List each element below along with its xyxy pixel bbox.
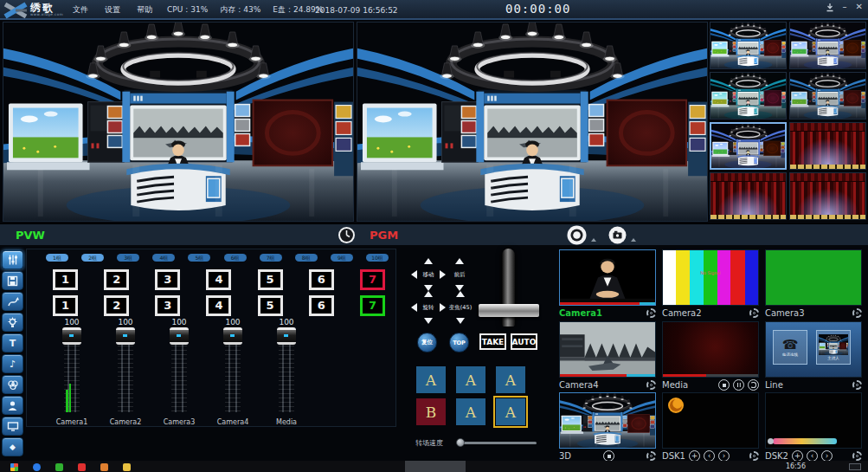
- dsk2-settings-gear-icon[interactable]: [852, 451, 862, 461]
- scene-thumbnail-4[interactable]: [789, 72, 866, 120]
- take-button[interactable]: TAKE: [479, 333, 506, 350]
- source-camera4-thumb[interactable]: [559, 321, 656, 378]
- taskbar-folder-icon[interactable]: [123, 463, 131, 471]
- group-tab-1[interactable]: 1组: [46, 254, 68, 262]
- taskbar-tray-icon[interactable]: [849, 463, 861, 470]
- camera4-settings-gear-icon[interactable]: [646, 380, 656, 390]
- pvw-cam-2[interactable]: 2: [104, 295, 129, 316]
- sidebar-item-text[interactable]: T: [2, 333, 23, 352]
- scene-thumbnail-1[interactable]: [710, 22, 787, 69]
- top-button[interactable]: TOP: [449, 333, 469, 352]
- source-media-thumb[interactable]: [662, 321, 759, 378]
- taskbar-red-app-icon[interactable]: [78, 463, 86, 471]
- line-settings-gear-icon[interactable]: [852, 380, 862, 390]
- record-dropdown-icon[interactable]: [591, 238, 596, 242]
- reset-button[interactable]: 复位: [417, 333, 437, 352]
- dsk1-settings-gear-icon[interactable]: [749, 451, 759, 461]
- menu-settings[interactable]: 设置: [105, 4, 120, 16]
- ab-cell-4[interactable]: B: [416, 398, 446, 425]
- source-camera1-thumb[interactable]: [559, 249, 656, 306]
- snapshot-button[interactable]: [608, 226, 627, 248]
- group-tab-9[interactable]: 9组: [331, 254, 353, 262]
- sidebar-item-path[interactable]: [2, 292, 23, 311]
- backward-arrow[interactable]: [455, 285, 464, 291]
- transition-speed-track[interactable]: [459, 442, 537, 444]
- group-tab-4[interactable]: 4组: [152, 254, 175, 262]
- source-camera3-thumb[interactable]: [765, 249, 862, 306]
- volume-slider[interactable]: [61, 327, 82, 414]
- group-tab-3[interactable]: 3组: [117, 254, 139, 262]
- scene-thumbnail-6-curtain[interactable]: [789, 122, 866, 170]
- pgm-cam-5[interactable]: 5: [258, 269, 283, 290]
- pvw-cam-3[interactable]: 3: [155, 295, 180, 316]
- minimize-button[interactable]: –: [843, 2, 847, 12]
- ab-cell-1[interactable]: A: [416, 366, 446, 393]
- sidebar-item-mixer[interactable]: [2, 250, 23, 269]
- pgm-cam-4[interactable]: 4: [206, 269, 231, 290]
- rotate-left-arrow[interactable]: [411, 303, 417, 312]
- group-tab-6[interactable]: 6组: [224, 254, 247, 262]
- slider-handle[interactable]: [170, 327, 189, 345]
- tbar-handle[interactable]: [479, 304, 539, 317]
- move-down-arrow[interactable]: [424, 285, 433, 291]
- volume-slider[interactable]: [115, 327, 136, 414]
- source-dsk2-thumb[interactable]: [765, 392, 862, 449]
- zoom-out-arrow[interactable]: [456, 318, 465, 324]
- scene-thumbnail-3[interactable]: [710, 72, 787, 120]
- pgm-cam-7[interactable]: 7: [360, 269, 385, 290]
- slider-handle[interactable]: [116, 327, 135, 345]
- 3d-settings-gear-icon[interactable]: [646, 451, 656, 461]
- ab-cell-3[interactable]: A: [496, 366, 525, 393]
- move-left-arrow[interactable]: [411, 270, 417, 279]
- source-line-thumb[interactable]: ☎ 电话连线 主持人: [765, 321, 862, 378]
- taskbar-green-app-icon[interactable]: [55, 463, 63, 471]
- sidebar-item-audio[interactable]: ♪: [2, 354, 23, 373]
- auto-button[interactable]: AUTO: [511, 333, 537, 350]
- sidebar-item-light[interactable]: [2, 313, 23, 332]
- scene-thumbnail-7-curtain[interactable]: [710, 172, 787, 220]
- scene-thumbnail-2[interactable]: [789, 22, 866, 69]
- ab-cell-6-selected[interactable]: A: [496, 398, 525, 425]
- volume-slider[interactable]: [276, 327, 297, 414]
- sidebar-item-object[interactable]: ◆: [2, 437, 23, 456]
- camera3-settings-gear-icon[interactable]: [852, 308, 862, 318]
- pvw-cam-4[interactable]: 4: [206, 295, 231, 316]
- pgm-monitor[interactable]: [357, 22, 708, 222]
- source-dsk1-thumb[interactable]: [662, 392, 759, 449]
- group-tab-10[interactable]: 10组: [366, 254, 389, 262]
- rotate-down-arrow[interactable]: [424, 318, 433, 324]
- sidebar-item-monitor[interactable]: [2, 417, 23, 436]
- source-camera2-thumb[interactable]: No Signal: [662, 249, 759, 306]
- pvw-cam-7[interactable]: 7: [360, 295, 385, 316]
- move-up-arrow[interactable]: [424, 258, 433, 264]
- sidebar-item-character[interactable]: [2, 396, 23, 415]
- zoom-in-arrow[interactable]: [456, 291, 465, 297]
- media-pause-button[interactable]: [733, 379, 744, 391]
- group-tab-5[interactable]: 5组: [188, 254, 210, 262]
- camera1-settings-gear-icon[interactable]: [646, 308, 656, 318]
- pvw-cam-5[interactable]: 5: [258, 295, 283, 316]
- transition-speed-knob[interactable]: [456, 438, 465, 447]
- volume-slider[interactable]: [222, 327, 243, 414]
- menu-help[interactable]: 帮助: [137, 4, 152, 16]
- pgm-cam-3[interactable]: 3: [155, 269, 180, 290]
- media-loop-button[interactable]: [748, 379, 759, 391]
- move-right-arrow[interactable]: [440, 270, 446, 279]
- slider-handle[interactable]: [223, 327, 242, 345]
- rotate-up-arrow[interactable]: [424, 291, 433, 297]
- scene-thumbnail-8-curtain[interactable]: [789, 172, 866, 220]
- group-tab-7[interactable]: 7组: [260, 254, 282, 262]
- countdown-clock-button[interactable]: [338, 226, 356, 248]
- group-tab-8[interactable]: 8组: [295, 254, 318, 262]
- sidebar-item-save[interactable]: [2, 271, 23, 290]
- close-button[interactable]: ✕: [856, 2, 863, 12]
- scene-thumbnail-5-selected[interactable]: [710, 122, 787, 170]
- media-stop-button[interactable]: [718, 379, 730, 391]
- taskbar-orange-app-icon[interactable]: [100, 463, 108, 471]
- pgm-cam-1[interactable]: 1: [53, 269, 78, 290]
- ab-cell-5[interactable]: A: [456, 398, 485, 425]
- snapshot-dropdown-icon[interactable]: [631, 238, 636, 242]
- pgm-cam-2[interactable]: 2: [104, 269, 129, 290]
- group-tab-2[interactable]: 2组: [81, 254, 104, 262]
- record-button[interactable]: [567, 225, 587, 249]
